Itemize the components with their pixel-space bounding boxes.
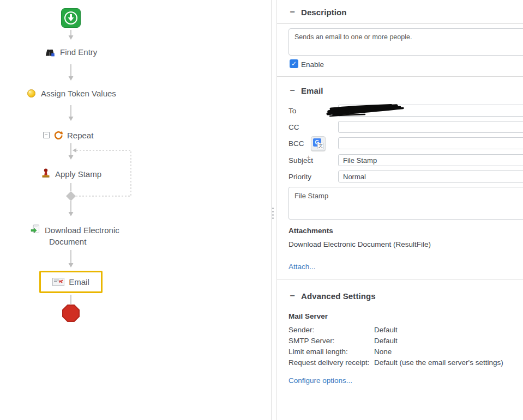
start-node[interactable] <box>61 8 81 28</box>
limit-length-label: Limit email length: <box>288 346 374 357</box>
bcc-label: BCC <box>288 139 304 148</box>
limit-length-value: None <box>374 348 392 356</box>
node-repeat-label: Repeat <box>67 131 93 140</box>
attachment-item: Download Electronic Document (ResultFile… <box>288 240 431 248</box>
translate-character-icon: 文 <box>317 143 324 149</box>
priority-input[interactable] <box>338 171 523 182</box>
node-assign-token-values-label: Assign Token Values <box>41 89 116 98</box>
splitter-grip[interactable] <box>271 207 274 220</box>
bcc-input[interactable] <box>338 137 523 149</box>
section-separator-1 <box>277 76 523 77</box>
collapse-icon[interactable]: − <box>288 7 296 17</box>
section-title-description: Description <box>301 8 347 17</box>
node-email-selected[interactable]: Email <box>39 271 103 293</box>
subject-input[interactable] <box>338 154 523 166</box>
mail-server-row-limit: Limit email length:None <box>288 346 523 357</box>
collapse-icon[interactable]: − <box>288 291 296 301</box>
section-title-advanced-settings: Advanced Settings <box>301 291 376 301</box>
workflow-canvas: Find Entry Assign Token Values − Repeat … <box>0 0 271 420</box>
attach-link[interactable]: Attach... <box>288 263 316 271</box>
enable-checkbox[interactable]: ✓ <box>290 59 298 68</box>
repeat-collapse-toggle[interactable]: − <box>43 132 50 138</box>
stamp-icon <box>41 168 50 179</box>
mail-server-row-sender: Sender:Default <box>288 325 523 336</box>
node-email-label: Email <box>69 277 89 287</box>
section-header-advanced-settings[interactable]: − Advanced Settings <box>288 291 376 301</box>
email-envelope-icon <box>52 278 64 286</box>
message-body-textarea[interactable]: File Stamp <box>288 187 523 220</box>
start-arrow-icon <box>63 10 79 26</box>
mail-server-row-receipt: Request delivery receipt:Default (use th… <box>288 357 523 368</box>
merge-diamond-connector <box>66 191 76 201</box>
mail-server-row-smtp: SMTP Server:Default <box>288 336 523 346</box>
node-download-label: Download Electronic Document <box>45 224 119 247</box>
workflow-connectors <box>0 0 271 420</box>
sender-value: Default <box>374 326 398 334</box>
delivery-receipt-label: Request delivery receipt: <box>288 357 374 368</box>
section-header-email[interactable]: − Email <box>288 86 323 95</box>
token-coin-icon <box>27 89 35 98</box>
enable-label: Enable <box>301 60 324 69</box>
sender-label: Sender: <box>288 325 374 336</box>
configure-options-link[interactable]: Configure options... <box>288 376 352 385</box>
node-repeat[interactable]: − Repeat <box>43 130 93 140</box>
redaction-scribble <box>326 102 406 118</box>
node-apply-stamp-label: Apply Stamp <box>55 169 101 179</box>
node-find-entry[interactable]: Find Entry <box>45 47 97 57</box>
node-find-entry-label: Find Entry <box>60 47 97 57</box>
mail-server-title: Mail Server <box>288 312 328 320</box>
rule-under-description <box>277 23 523 24</box>
smtp-server-value: Default <box>374 337 398 345</box>
repeat-loop-icon <box>53 130 63 140</box>
cc-label: CC <box>288 123 299 131</box>
node-assign-token-values[interactable]: Assign Token Values <box>27 89 116 98</box>
download-document-icon <box>31 224 40 235</box>
cc-input[interactable] <box>338 121 523 133</box>
to-label: To <box>288 107 296 115</box>
attachments-title: Attachments <box>288 227 333 235</box>
properties-panel: − Description Sends an email to one or m… <box>276 0 523 420</box>
stop-sign-fill <box>63 306 79 321</box>
node-apply-stamp[interactable]: Apply Stamp <box>41 168 101 179</box>
collapse-icon[interactable]: − <box>288 86 296 95</box>
description-textarea[interactable]: Sends an email to one or more people. <box>288 28 523 56</box>
section-separator-2 <box>277 279 523 279</box>
subject-label: Subject <box>288 156 313 165</box>
node-download-electronic-document[interactable]: Download Electronic Document <box>31 224 119 247</box>
section-header-description[interactable]: − Description <box>288 7 347 17</box>
smtp-server-label: SMTP Server: <box>288 336 374 346</box>
delivery-receipt-value: Default (use the email server's settings… <box>374 358 503 367</box>
google-translate-button[interactable]: G 文 <box>311 136 326 151</box>
binoculars-icon <box>45 48 55 57</box>
section-title-email: Email <box>301 86 323 95</box>
priority-label: Priority <box>288 173 311 181</box>
